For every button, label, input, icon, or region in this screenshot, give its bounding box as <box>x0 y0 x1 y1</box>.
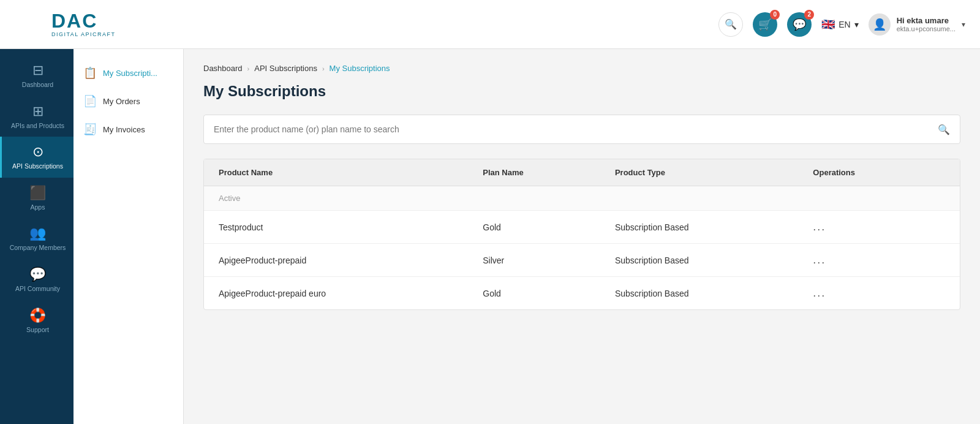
notifications-icon: 💬 <box>793 18 806 31</box>
sec-sidebar-label-orders: My Orders <box>103 97 140 106</box>
col-product-type: Product Type <box>615 168 813 177</box>
logo-main: DAC <box>51 11 116 31</box>
sidebar-label-company-members: Company Members <box>10 244 66 252</box>
breadcrumb: Dashboard › API Subscriptions › My Subsc… <box>203 64 960 73</box>
col-plan-name: Plan Name <box>483 168 615 177</box>
cell-type-1: Subscription Based <box>615 256 813 265</box>
my-invoices-icon: 🧾 <box>83 123 97 136</box>
breadcrumb-sep-1: › <box>247 65 250 72</box>
dashboard-icon: ⊟ <box>32 62 43 78</box>
secondary-sidebar: 📋 My Subscripti... 📄 My Orders 🧾 My Invo… <box>74 49 184 424</box>
search-icon: 🔍 <box>725 18 737 30</box>
sidebar-label-community: API Community <box>15 285 60 293</box>
apps-icon: ⬛ <box>29 185 46 201</box>
apis-icon: ⊞ <box>32 104 43 119</box>
ops-menu-1[interactable]: ... <box>813 254 945 267</box>
cell-type-0: Subscription Based <box>615 222 813 232</box>
ops-menu-0[interactable]: ... <box>813 221 945 233</box>
page-title: My Subscriptions <box>203 83 960 100</box>
my-orders-icon: 📄 <box>83 94 97 108</box>
table-row: Testproduct Gold Subscription Based ... <box>204 211 960 244</box>
cell-product-0: Testproduct <box>219 222 483 232</box>
sidebar-item-apps[interactable]: ⬛ Apps <box>0 178 74 219</box>
user-greeting: Hi ekta umare <box>897 16 956 25</box>
language-selector[interactable]: 🇬🇧 EN ▾ <box>821 18 858 31</box>
notifications-badge: 2 <box>804 10 814 20</box>
user-menu[interactable]: 👤 Hi ekta umare ekta.u+pconsume... ▾ <box>869 13 965 36</box>
table-row: ApigeeProduct-prepaid Silver Subscriptio… <box>204 244 960 277</box>
section-label-active: Active <box>204 186 960 211</box>
subscriptions-table: Product Name Plan Name Product Type Oper… <box>203 159 960 310</box>
user-menu-chevron-icon: ▾ <box>962 20 965 29</box>
sec-sidebar-my-subscriptions[interactable]: 📋 My Subscripti... <box>74 59 183 87</box>
language-chevron-icon: ▾ <box>854 20 859 29</box>
search-input[interactable] <box>214 124 938 134</box>
company-members-icon: 👥 <box>29 225 46 241</box>
sidebar-label-support: Support <box>26 326 49 334</box>
cart-icon: 🛒 <box>758 18 772 31</box>
sidebar-item-api-community[interactable]: 💬 API Community <box>0 259 74 300</box>
community-icon: 💬 <box>29 267 46 282</box>
sec-sidebar-my-invoices[interactable]: 🧾 My Invoices <box>74 115 183 143</box>
sidebar-label-apps: Apps <box>31 203 45 211</box>
body-layout: ⊟ Dashboard ⊞ APIs and Products ⊙ API Su… <box>0 49 980 424</box>
sidebar-item-support[interactable]: 🛟 Support <box>0 300 74 341</box>
cell-plan-2: Gold <box>483 289 615 298</box>
notifications-button[interactable]: 💬 2 <box>787 12 812 37</box>
sidebar-item-dashboard[interactable]: ⊟ Dashboard <box>0 55 74 96</box>
table-row: ApigeeProduct-prepaid euro Gold Subscrip… <box>204 277 960 309</box>
cell-product-2: ApigeeProduct-prepaid euro <box>219 289 483 298</box>
sidebar: ⊟ Dashboard ⊞ APIs and Products ⊙ API Su… <box>0 49 74 424</box>
col-product-name: Product Name <box>219 168 483 177</box>
breadcrumb-api-subscriptions[interactable]: API Subscriptions <box>254 64 317 73</box>
avatar-icon: 👤 <box>873 18 886 31</box>
subscriptions-icon: ⊙ <box>32 144 43 160</box>
table-header: Product Name Plan Name Product Type Oper… <box>204 159 960 186</box>
my-subscriptions-icon: 📋 <box>83 66 97 80</box>
top-header: DAC DIGITAL APICRAFT 🔍 🛒 0 💬 2 🇬🇧 EN ▾ 👤… <box>0 0 980 49</box>
sidebar-label-dashboard: Dashboard <box>22 81 53 89</box>
ops-menu-2[interactable]: ... <box>813 287 945 300</box>
search-inner-icon: 🔍 <box>938 124 950 135</box>
sec-sidebar-my-orders[interactable]: 📄 My Orders <box>74 87 183 115</box>
breadcrumb-current: My Subscriptions <box>330 64 390 73</box>
avatar: 👤 <box>869 13 891 36</box>
user-email: ekta.u+pconsume... <box>897 25 956 32</box>
sec-sidebar-label-invoices: My Invoices <box>103 125 145 134</box>
cell-type-2: Subscription Based <box>615 289 813 298</box>
cell-product-1: ApigeeProduct-prepaid <box>219 256 483 265</box>
cart-button[interactable]: 🛒 0 <box>753 12 777 37</box>
sidebar-item-company-members[interactable]: 👥 Company Members <box>0 218 74 259</box>
logo: DAC DIGITAL APICRAFT <box>51 11 116 37</box>
sidebar-label-subscriptions: API Subscriptions <box>12 162 63 170</box>
sidebar-item-apis-products[interactable]: ⊞ APIs and Products <box>0 96 74 137</box>
sidebar-item-api-subscriptions[interactable]: ⊙ API Subscriptions <box>0 137 74 178</box>
language-label: EN <box>839 20 850 29</box>
sidebar-label-apis: APIs and Products <box>11 122 64 130</box>
support-icon: 🛟 <box>29 308 46 324</box>
main-content: Dashboard › API Subscriptions › My Subsc… <box>184 49 980 424</box>
search-button[interactable]: 🔍 <box>718 12 743 37</box>
search-bar-wrap: 🔍 <box>203 115 960 144</box>
cart-badge: 0 <box>770 10 780 20</box>
breadcrumb-sep-2: › <box>322 65 325 72</box>
cell-plan-1: Silver <box>483 256 615 265</box>
sec-sidebar-label-subscriptions: My Subscripti... <box>103 69 157 78</box>
flag-icon: 🇬🇧 <box>821 18 835 31</box>
col-operations: Operations <box>813 168 945 177</box>
header-actions: 🔍 🛒 0 💬 2 🇬🇧 EN ▾ 👤 Hi ekta umare ekta.u… <box>718 12 965 37</box>
cell-plan-0: Gold <box>483 222 615 232</box>
breadcrumb-dashboard[interactable]: Dashboard <box>203 64 243 73</box>
logo-sub: DIGITAL APICRAFT <box>51 32 116 37</box>
